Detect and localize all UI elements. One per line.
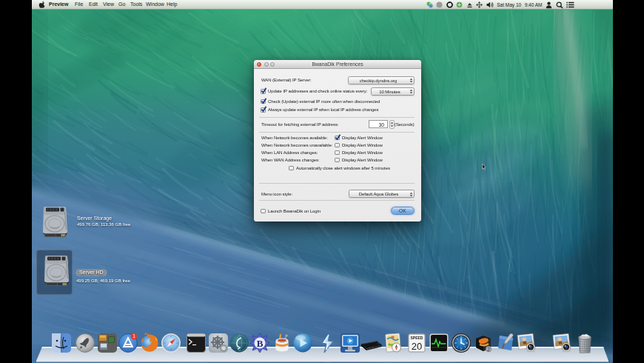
svg-text:2: 2 [487, 356, 490, 361]
svg-text:2: 2 [487, 347, 490, 352]
svg-text:1: 1 [133, 333, 135, 339]
svg-text:B: B [257, 338, 264, 349]
svg-text:20: 20 [412, 341, 422, 352]
svg-text:B: B [257, 359, 264, 363]
svg-text:20: 20 [412, 355, 422, 363]
svg-text:SPEED: SPEED [411, 336, 423, 340]
